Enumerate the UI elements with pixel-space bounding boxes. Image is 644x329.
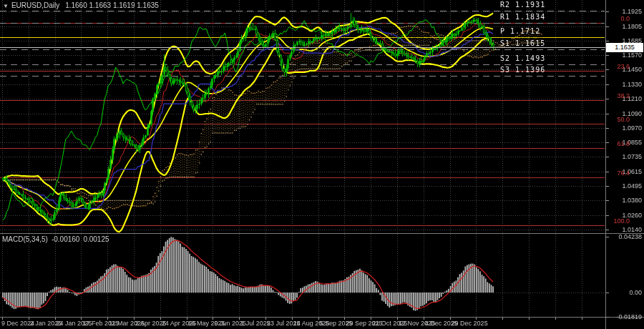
date-axis-tick: 1 Jul 2025 [240,320,270,327]
price-axis-tick: 1.0140 [608,226,642,233]
pivot-label: S1 1.1615 [500,39,545,47]
macd-signal-value: 0.00125 [83,235,109,243]
macd-axis-tick: 0.04238 [608,233,642,240]
symbol-timeframe-label: EURUSD,Daily [11,1,59,9]
fib-level-label: 38.2 [581,92,630,99]
pivot-label: S2 1.1493 [500,54,545,62]
symbol-dropdown-icon[interactable]: ▼ [3,3,9,9]
fib-level-label: 0.0 [581,15,630,22]
ohlc-values: 1.1660 1.1663 1.1619 1.1635 [65,1,159,9]
pivot-label: P 1.1712 [500,27,540,35]
price-axis-tick: 1.0970 [608,124,642,132]
price-axis-tick: 1.0735 [608,153,642,160]
macd-axis-tick: -0.01819 [608,313,642,320]
price-axis-tick: 1.1570 [608,51,642,59]
macd-indicator-label: MACD(5,34,5)-0.001600.00125 [2,235,113,243]
macd-axis-tick: 0.00 [608,289,642,296]
price-chart-canvas[interactable] [0,0,644,329]
price-axis-tick: 1.1330 [608,81,642,88]
fib-level-label: 76.4 [581,170,630,177]
fib-level-label: 50.0 [581,116,630,123]
fib-level-label: 100.0 [581,217,630,225]
price-axis-tick: 1.0380 [608,197,642,204]
chart-window: ▼EURUSD,Daily1.1660 1.1663 1.1619 1.1635… [0,0,644,329]
date-axis-tick: 29 Dec 2025 [452,320,488,327]
macd-name: MACD(5,34,5) [2,235,48,243]
pivot-label: R1 1.1834 [500,13,545,21]
pivot-label: R2 1.1931 [500,1,545,9]
current-price-box: 1.1635 [606,43,643,52]
fib-level-label: 61.8 [581,140,630,147]
fib-level-label: 23.6 [581,63,630,70]
price-axis-tick: 1.0495 [608,182,642,190]
macd-main-value: -0.00160 [52,235,79,243]
chart-header: ▼EURUSD,Daily1.1660 1.1663 1.1619 1.1635 [3,1,159,9]
price-axis-tick: 1.1925 [608,8,642,15]
price-axis-tick: 1.1805 [608,23,642,30]
pivot-label: S3 1.1396 [500,66,545,74]
